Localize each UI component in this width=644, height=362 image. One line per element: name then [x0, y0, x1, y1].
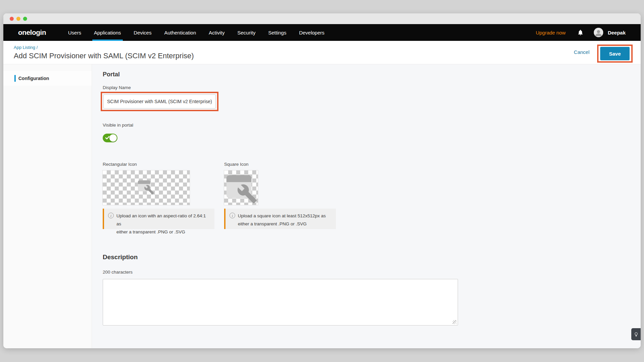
user-avatar[interactable] [594, 28, 603, 37]
info-icon: i [229, 213, 235, 218]
window-titlebar [3, 13, 641, 24]
nav-item-devices[interactable]: Devices [134, 24, 152, 41]
app-wrench-icon [225, 172, 257, 204]
square-icon-label: Square Icon [224, 162, 249, 167]
help-lightbulb-button[interactable] [631, 328, 641, 340]
sidebar-item-label: Configuration [18, 76, 49, 81]
visible-in-portal-label: Visible in portal [103, 123, 133, 128]
app-window: onelogin Users Applications Devices Auth… [3, 13, 641, 348]
nav-item-developers[interactable]: Developers [299, 24, 325, 41]
description-chars-label: 200 characters [103, 270, 132, 275]
display-name-input[interactable] [103, 94, 216, 108]
square-icon-preview[interactable] [224, 170, 258, 205]
window-maximize-button[interactable] [23, 17, 27, 21]
hint-line: either a transparent .PNG or .SVG [116, 228, 212, 236]
person-icon [594, 28, 603, 37]
nav-item-applications[interactable]: Applications [94, 24, 121, 41]
window-close-button[interactable] [10, 17, 14, 21]
cancel-button[interactable]: Cancel [574, 49, 589, 55]
check-icon [105, 135, 110, 140]
notifications-bell-icon[interactable] [577, 29, 584, 36]
square-icon-hint: i Upload a square icon at least 512x512p… [224, 209, 336, 229]
info-icon: i [108, 213, 114, 218]
user-name-label: Deepak [608, 30, 626, 35]
rectangular-icon-preview[interactable] [103, 170, 190, 205]
hint-line: either a transparent .PNG or .SVG [238, 220, 326, 228]
rect-icon-hint: i Upload an icon with an aspect-ratio of… [103, 209, 214, 229]
sidebar-item-configuration[interactable]: Configuration [3, 71, 92, 86]
page-title: Add SCIM Provisioner with SAML (SCIM v2 … [14, 52, 194, 60]
visible-in-portal-toggle[interactable] [103, 134, 117, 142]
sidebar: Configuration [3, 64, 92, 348]
breadcrumb[interactable]: App Listing / [14, 45, 38, 50]
nav-right-group: Upgrade now Deepak [536, 28, 626, 37]
nav-item-security[interactable]: Security [238, 24, 256, 41]
active-accent-bar [14, 75, 16, 82]
hint-line: Upload a square icon at least 512x512px … [238, 212, 326, 220]
page-header: App Listing / Add SCIM Provisioner with … [3, 41, 641, 64]
display-name-label: Display Name [103, 85, 131, 90]
lightbulb-icon [634, 332, 639, 337]
onelogin-logo[interactable]: onelogin [18, 28, 46, 37]
description-section-heading: Description [103, 254, 138, 261]
main-panel: Portal Display Name Visible in portal Re… [92, 64, 641, 348]
save-button[interactable]: Save [600, 47, 630, 60]
hint-line: Upload an icon with an aspect-ratio of 2… [116, 212, 212, 228]
rectangular-icon-label: Rectangular Icon [103, 162, 137, 167]
nav-menu: Users Applications Devices Authenticatio… [68, 24, 325, 41]
content-area: Configuration Portal Display Name Visibl… [3, 64, 641, 348]
nav-item-authentication[interactable]: Authentication [164, 24, 196, 41]
nav-item-users[interactable]: Users [68, 24, 81, 41]
window-minimize-button[interactable] [16, 17, 20, 21]
app-wrench-icon [136, 179, 156, 197]
description-textarea[interactable] [103, 279, 458, 325]
nav-item-settings[interactable]: Settings [268, 24, 286, 41]
top-nav: onelogin Users Applications Devices Auth… [3, 24, 641, 41]
toggle-knob [109, 134, 117, 142]
upgrade-now-link[interactable]: Upgrade now [536, 30, 565, 35]
nav-item-activity[interactable]: Activity [209, 24, 225, 41]
portal-section-heading: Portal [103, 71, 120, 78]
